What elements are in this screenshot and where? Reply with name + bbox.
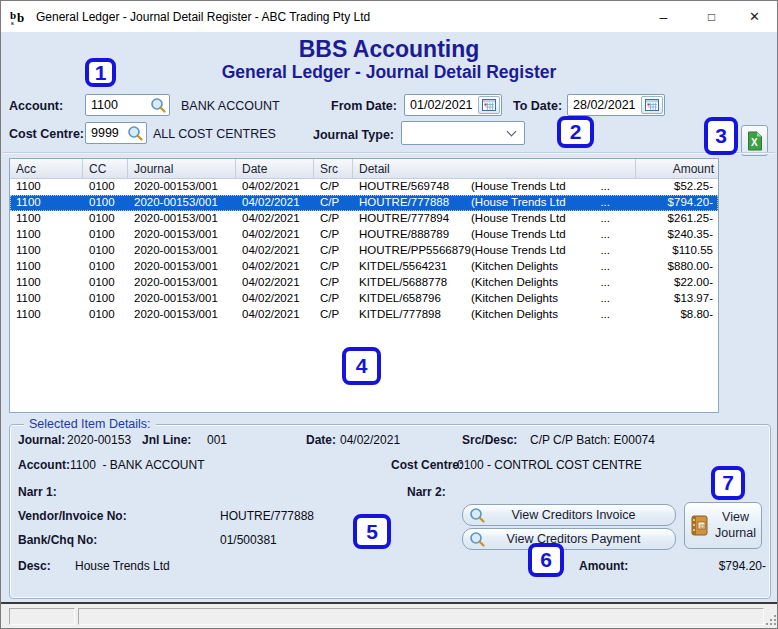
- cost-centre-lookup-icon[interactable]: [127, 125, 144, 142]
- selected-item-details-group: Selected Item Details: Journal: 2020-001…: [9, 424, 771, 599]
- detail-jnl-line-value: 001: [207, 433, 227, 447]
- journal-book-icon: @: [689, 514, 709, 537]
- svg-text:b: b: [17, 10, 24, 25]
- from-date-value: 01/02/2021: [405, 98, 478, 112]
- app-title: BBS Accounting: [1, 36, 777, 63]
- detail-src-desc-label: Src/Desc:: [462, 433, 517, 447]
- detail-src-desc-value: C/P C/P Batch: E00074: [530, 433, 655, 447]
- detail-bank-chq-label: Bank/Chq No:: [18, 533, 97, 547]
- application-window: b s b General Ledger - Journal Detail Re…: [0, 0, 778, 629]
- filter-separator: [3, 152, 775, 154]
- status-cell-left: [9, 608, 75, 625]
- detail-journal-label: Journal:: [18, 433, 65, 447]
- chevron-down-icon: [507, 127, 517, 137]
- annotation-5: 5: [353, 514, 391, 549]
- account-label: Account:: [9, 99, 63, 113]
- annotation-7: 7: [711, 466, 745, 500]
- column-header-amount[interactable]: Amount: [636, 159, 718, 178]
- resize-grip[interactable]: [763, 612, 776, 625]
- detail-narr1-label: Narr 1:: [18, 485, 57, 499]
- from-date-field[interactable]: 01/02/2021: [404, 94, 502, 116]
- detail-bank-chq-value: 01/500381: [220, 533, 277, 547]
- table-row[interactable]: 1100 0100 2020-00153/001 04/02/2021 C/P …: [10, 275, 718, 291]
- to-date-calendar-icon[interactable]: [641, 96, 663, 114]
- table-row[interactable]: 1100 0100 2020-00153/001 04/02/2021 C/P …: [10, 179, 718, 195]
- lookup-icon: [469, 507, 486, 524]
- cost-centre-description: ALL COST CENTRES: [153, 127, 276, 141]
- detail-amount-label: Amount:: [579, 559, 628, 573]
- svg-text:@: @: [699, 523, 705, 529]
- cost-centre-field[interactable]: 9999: [85, 122, 147, 144]
- annotation-6: 6: [528, 543, 564, 577]
- from-date-calendar-icon[interactable]: [478, 96, 500, 114]
- svg-text:s: s: [11, 19, 14, 26]
- view-journal-button[interactable]: @ View Journal: [684, 502, 762, 549]
- annotation-1: 1: [85, 58, 116, 87]
- detail-amount-value: $794.20-: [650, 559, 766, 573]
- detail-date-value: 04/02/2021: [340, 433, 400, 447]
- detail-jnl-line-label: Jnl Line:: [142, 433, 191, 447]
- column-header-src[interactable]: Src: [314, 159, 353, 178]
- table-row[interactable]: 1100 0100 2020-00153/001 04/02/2021 C/P …: [10, 227, 718, 243]
- column-header-acc[interactable]: Acc: [10, 159, 83, 178]
- column-header-detail[interactable]: Detail: [353, 159, 636, 178]
- excel-icon: X: [747, 131, 763, 151]
- window-title: General Ledger - Journal Detail Register…: [36, 10, 370, 24]
- view-creditors-payment-label: View Creditors Payment: [486, 532, 675, 546]
- table-row[interactable]: 1100 0100 2020-00153/001 04/02/2021 C/P …: [10, 211, 718, 227]
- close-button[interactable]: ✕: [732, 1, 777, 32]
- detail-narr2-label: Narr 2:: [407, 485, 446, 499]
- annotation-4: 4: [342, 347, 381, 385]
- status-bar: [1, 604, 778, 628]
- annotation-3: 3: [704, 117, 738, 155]
- detail-desc-label: Desc:: [18, 559, 51, 573]
- group-title: Selected Item Details:: [24, 417, 156, 431]
- table-header: Acc CC Journal Date Src Detail Amount: [10, 159, 718, 179]
- journal-type-label: Journal Type:: [313, 128, 394, 142]
- to-date-label: To Date:: [513, 99, 562, 113]
- detail-vendor-invoice-value: HOUTRE/777888: [220, 509, 314, 523]
- cost-centre-value: 9999: [86, 126, 127, 140]
- detail-cost-centre-label: Cost Centre:: [391, 458, 463, 472]
- table-row[interactable]: 1100 0100 2020-00153/001 04/02/2021 C/P …: [10, 307, 718, 323]
- from-date-label: From Date:: [331, 99, 397, 113]
- account-description: BANK ACCOUNT: [181, 99, 280, 113]
- view-creditors-invoice-label: View Creditors Invoice: [486, 508, 675, 522]
- minimize-button[interactable]: –: [641, 1, 686, 32]
- detail-journal-value: 2020-00153: [67, 433, 133, 447]
- account-lookup-icon[interactable]: [150, 97, 167, 114]
- column-header-journal[interactable]: Journal: [128, 159, 236, 178]
- bbs-logo-icon: b s b: [10, 8, 28, 26]
- account-field[interactable]: 1100: [85, 94, 170, 116]
- view-creditors-invoice-button[interactable]: View Creditors Invoice: [462, 504, 676, 526]
- to-date-field[interactable]: 28/02/2021: [567, 94, 665, 116]
- detail-vendor-invoice-label: Vendor/Invoice No:: [18, 509, 127, 523]
- column-header-date[interactable]: Date: [236, 159, 314, 178]
- detail-account-label: Account:: [18, 458, 70, 472]
- cost-centre-label: Cost Centre:: [9, 127, 84, 141]
- account-value: 1100: [86, 98, 150, 112]
- column-header-cc[interactable]: CC: [83, 159, 128, 178]
- table-body: 1100 0100 2020-00153/001 04/02/2021 C/P …: [10, 179, 718, 323]
- journal-type-select[interactable]: [401, 121, 525, 145]
- maximize-button[interactable]: □: [689, 1, 734, 32]
- lookup-icon: [469, 531, 486, 548]
- table-row[interactable]: 1100 0100 2020-00153/001 04/02/2021 C/P …: [10, 291, 718, 307]
- table-row[interactable]: 1100 0100 2020-00153/001 04/02/2021 C/P …: [10, 259, 718, 275]
- annotation-2: 2: [557, 116, 594, 148]
- table-row[interactable]: 1100 0100 2020-00153/001 04/02/2021 C/P …: [10, 243, 718, 259]
- page-title: General Ledger - Journal Detail Register: [1, 62, 777, 83]
- status-cell-main: [78, 608, 764, 625]
- detail-account-value: 1100 - BANK ACCOUNT: [70, 458, 204, 472]
- detail-desc-value: House Trends Ltd: [75, 559, 170, 573]
- view-journal-label: View Journal: [714, 510, 758, 541]
- to-date-value: 28/02/2021: [568, 98, 641, 112]
- view-creditors-payment-button[interactable]: View Creditors Payment: [462, 528, 676, 550]
- svg-text:X: X: [751, 137, 758, 148]
- table-row[interactable]: 1100 0100 2020-00153/001 04/02/2021 C/P …: [10, 195, 718, 211]
- detail-date-label: Date:: [306, 433, 336, 447]
- detail-cost-centre-value: 0100 - CONTROL COST CENTRE: [457, 458, 642, 472]
